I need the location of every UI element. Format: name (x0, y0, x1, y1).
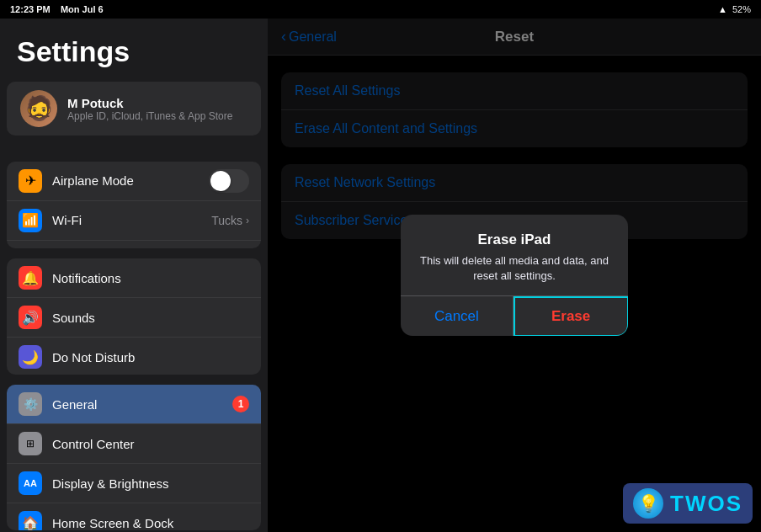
wifi-value: Tucks (211, 214, 242, 227)
sidebar-item-donotdisturb[interactable]: 🌙 Do Not Disturb (7, 338, 261, 375)
airplane-toggle[interactable] (209, 169, 249, 193)
general-icon: ⚙️ (19, 392, 42, 416)
status-bar: 12:23 PM Mon Jul 6 ▲ 52% (0, 0, 761, 19)
displaybrightness-icon: AA (19, 471, 42, 495)
sidebar-item-label: Sounds (52, 311, 249, 325)
sidebar-item-bluetooth[interactable]: B Bluetooth On › (7, 241, 261, 248)
airplane-icon: ✈ (19, 169, 42, 193)
dialog-overlay: Erase iPad This will delete all media an… (268, 19, 761, 532)
notifications-icon: 🔔 (19, 266, 42, 290)
sidebar-item-sounds[interactable]: 🔊 Sounds (7, 298, 261, 338)
erase-button[interactable]: Erase (514, 296, 628, 337)
sidebar-item-homescreen[interactable]: 🏠 Home Screen & Dock (7, 503, 261, 530)
sidebar-group-connectivity: ✈ Airplane Mode 📶 Wi-Fi Tucks › B Blueto… (7, 162, 261, 248)
sidebar-item-controlcenter[interactable]: ⊞ Control Center (7, 424, 261, 464)
sidebar-item-label: Control Center (52, 437, 249, 451)
sidebar-item-label: Do Not Disturb (52, 350, 249, 364)
user-card[interactable]: 🧔 M Potuck Apple ID, iCloud, iTunes & Ap… (7, 82, 261, 136)
sidebar-item-wifi[interactable]: 📶 Wi-Fi Tucks › (7, 201, 261, 241)
status-time-date: 12:23 PM Mon Jul 6 (10, 4, 104, 14)
sidebar-item-label: Notifications (52, 271, 249, 285)
sidebar-item-airplane[interactable]: ✈ Airplane Mode (7, 162, 261, 201)
wifi-icon: 📶 (19, 209, 42, 232)
cancel-button[interactable]: Cancel (401, 296, 514, 336)
general-badge: 1 (232, 396, 249, 412)
avatar: 🧔 (20, 90, 57, 127)
controlcenter-icon: ⊞ (19, 432, 42, 455)
sidebar: Settings 🧔 M Potuck Apple ID, iCloud, iT… (0, 19, 268, 532)
sidebar-item-label: Display & Brightness (52, 476, 249, 491)
sidebar-item-displaybrightness[interactable]: AA Display & Brightness (7, 464, 261, 503)
sidebar-item-notifications[interactable]: 🔔 Notifications (7, 258, 261, 298)
erase-dialog: Erase iPad This will delete all media an… (401, 215, 628, 336)
sidebar-item-label: Airplane Mode (52, 173, 209, 188)
sounds-icon: 🔊 (19, 306, 42, 329)
sidebar-group-notifications: 🔔 Notifications 🔊 Sounds 🌙 Do Not Distur… (7, 258, 261, 375)
dialog-content: Erase iPad This will delete all media an… (401, 215, 628, 295)
user-info: M Potuck Apple ID, iCloud, iTunes & App … (67, 96, 232, 122)
main-layout: Settings 🧔 M Potuck Apple ID, iCloud, iT… (0, 19, 761, 532)
sidebar-item-label: Home Screen & Dock (52, 516, 249, 530)
watermark: 💡 TWOS (623, 483, 753, 524)
user-name: M Potuck (67, 96, 232, 110)
dialog-message: This will delete all media and data, and… (414, 253, 615, 284)
chevron-right-icon: › (246, 215, 249, 226)
dialog-title: Erase iPad (414, 231, 615, 248)
sidebar-item-general[interactable]: ⚙️ General 1 (7, 385, 261, 424)
watermark-icon: 💡 (633, 488, 663, 519)
sidebar-title: Settings (0, 19, 268, 82)
sidebar-divider (0, 144, 268, 162)
sidebar-item-label: Wi-Fi (52, 213, 211, 227)
sidebar-item-label: General (52, 397, 232, 412)
donotdisturb-icon: 🌙 (19, 345, 42, 369)
sidebar-group-system: ⚙️ General 1 ⊞ Control Center AA Display… (7, 385, 261, 530)
dialog-buttons: Cancel Erase (401, 295, 628, 336)
content-area: ‹ General Reset Reset All Settings Erase… (268, 19, 761, 532)
status-indicators: ▲ 52% (718, 4, 751, 14)
user-subtitle: Apple ID, iCloud, iTunes & App Store (67, 110, 232, 122)
homescreen-icon: 🏠 (19, 511, 42, 530)
watermark-text: TWOS (670, 491, 742, 517)
